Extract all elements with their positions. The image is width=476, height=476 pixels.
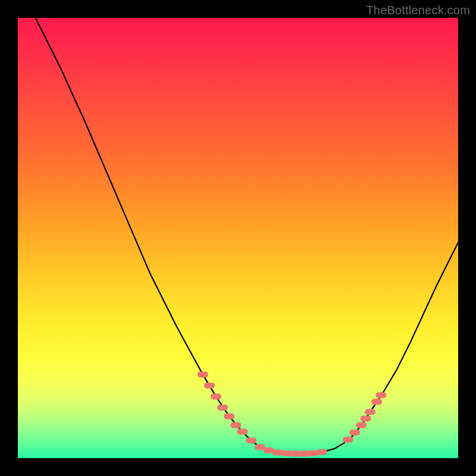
marker-point — [211, 393, 221, 399]
marker-point — [317, 449, 327, 455]
marker-point — [204, 383, 215, 389]
marker-point — [356, 422, 367, 428]
marker-point — [224, 414, 234, 419]
marker-point — [237, 429, 248, 435]
marker-point — [343, 437, 353, 443]
marker-point — [198, 371, 208, 377]
marker-point — [246, 437, 256, 443]
plot-area — [18, 18, 458, 458]
marker-point — [371, 399, 382, 405]
marker-point — [365, 409, 375, 415]
curve-markers — [198, 371, 387, 456]
curve-svg — [18, 18, 458, 458]
marker-point — [376, 392, 387, 398]
watermark-text: TheBottleneck.com — [366, 4, 470, 17]
chart-frame: TheBottleneck.com — [0, 0, 476, 476]
marker-point — [361, 415, 371, 421]
marker-point — [230, 422, 241, 428]
marker-point — [217, 405, 228, 411]
marker-point — [349, 430, 360, 436]
bottleneck-curve — [36, 18, 458, 454]
